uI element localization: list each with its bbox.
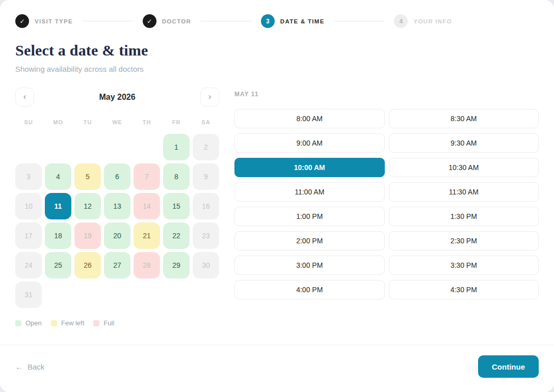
calendar-day-15[interactable]: 15 bbox=[163, 193, 190, 219]
time-slot-11-30-am[interactable]: 11:30 AM bbox=[389, 182, 539, 202]
calendar-day-13[interactable]: 13 bbox=[104, 193, 130, 219]
check-icon: ✓ bbox=[143, 14, 156, 28]
time-slot-4-00-pm[interactable]: 4:00 PM bbox=[234, 280, 385, 299]
calendar: ‹ May 2026 › SUMOTUWETHFRSA 123456789101… bbox=[15, 88, 219, 327]
dow-mo: MO bbox=[45, 119, 71, 125]
chevron-left-icon: ‹ bbox=[23, 92, 27, 101]
calendar-day-16: 16 bbox=[193, 193, 219, 219]
calendar-day-24: 24 bbox=[15, 252, 42, 278]
month-label: May 2026 bbox=[99, 93, 135, 102]
calendar-day-17: 17 bbox=[15, 222, 42, 249]
calendar-day-4[interactable]: 4 bbox=[45, 163, 71, 190]
step-label: DOCTOR bbox=[162, 18, 191, 24]
step-number: 3 bbox=[261, 14, 275, 28]
calendar-day-6[interactable]: 6 bbox=[104, 163, 130, 190]
time-slot-3-00-pm[interactable]: 3:00 PM bbox=[234, 256, 385, 275]
booking-card: ✓VISIT TYPE✓DOCTOR3DATE & TIME4YOUR INFO… bbox=[0, 0, 554, 392]
page-subtitle: Showing availability across all doctors bbox=[15, 65, 539, 73]
content: ‹ May 2026 › SUMOTUWETHFRSA 123456789101… bbox=[0, 73, 554, 327]
calendar-day-19: 19 bbox=[74, 222, 101, 249]
calendar-day-3: 3 bbox=[15, 163, 42, 190]
legend-item-open: Open bbox=[15, 319, 42, 327]
step-connector bbox=[82, 21, 134, 21]
time-slot-1-30-pm[interactable]: 1:30 PM bbox=[389, 207, 539, 226]
calendar-day-9: 9 bbox=[193, 163, 219, 190]
calendar-blank bbox=[15, 134, 42, 160]
calendar-day-27[interactable]: 27 bbox=[104, 252, 130, 278]
calendar-day-28: 28 bbox=[134, 252, 160, 278]
dow-sa: SA bbox=[193, 119, 219, 125]
continue-button[interactable]: Continue bbox=[478, 355, 539, 378]
stepper: ✓VISIT TYPE✓DOCTOR3DATE & TIME4YOUR INFO bbox=[0, 0, 554, 28]
calendar-day-14: 14 bbox=[134, 193, 160, 219]
calendar-blank bbox=[104, 134, 130, 160]
time-slot-10-30-am[interactable]: 10:30 AM bbox=[389, 158, 539, 177]
heading: Select a date & time Showing availabilit… bbox=[0, 28, 554, 73]
step-label: DATE & TIME bbox=[280, 18, 325, 24]
calendar-day-20[interactable]: 20 bbox=[104, 222, 130, 249]
availability-legend: OpenFew leftFull bbox=[15, 319, 219, 327]
calendar-blank bbox=[134, 134, 160, 160]
time-slot-10-00-am[interactable]: 10:00 AM bbox=[234, 158, 385, 177]
calendar-day-30: 30 bbox=[193, 252, 219, 278]
calendar-day-5[interactable]: 5 bbox=[74, 163, 101, 190]
legend-label: Few left bbox=[61, 319, 85, 327]
time-slot-9-00-am[interactable]: 9:00 AM bbox=[234, 133, 385, 153]
calendar-day-11[interactable]: 11 bbox=[45, 193, 71, 219]
step-label: VISIT TYPE bbox=[35, 18, 73, 24]
step-doctor[interactable]: ✓DOCTOR bbox=[143, 14, 191, 28]
step-date-time: 3DATE & TIME bbox=[261, 14, 325, 28]
calendar-day-26[interactable]: 26 bbox=[74, 252, 101, 278]
dow-tu: TU bbox=[74, 119, 101, 125]
calendar-day-2: 2 bbox=[193, 134, 219, 160]
calendar-day-8[interactable]: 8 bbox=[163, 163, 190, 190]
calendar-day-31: 31 bbox=[15, 282, 42, 308]
legend-label: Open bbox=[25, 319, 42, 327]
dow-su: SU bbox=[15, 119, 42, 125]
calendar-day-29[interactable]: 29 bbox=[163, 252, 190, 278]
calendar-day-10: 10 bbox=[15, 193, 42, 219]
day-grid: 1234567891011121314151617181920212223242… bbox=[15, 134, 219, 308]
arrow-left-icon: ← bbox=[15, 362, 23, 371]
time-slot-8-00-am[interactable]: 8:00 AM bbox=[234, 109, 385, 128]
legend-label: Full bbox=[103, 319, 114, 327]
footer: ← Back Continue bbox=[0, 345, 554, 392]
step-connector bbox=[334, 21, 385, 21]
chevron-right-icon: › bbox=[208, 92, 212, 101]
time-slot-2-00-pm[interactable]: 2:00 PM bbox=[234, 231, 385, 250]
back-button[interactable]: ← Back bbox=[15, 362, 44, 371]
check-icon: ✓ bbox=[15, 14, 29, 28]
calendar-day-12[interactable]: 12 bbox=[74, 193, 101, 219]
calendar-day-1[interactable]: 1 bbox=[163, 134, 190, 160]
time-slot-8-30-am[interactable]: 8:30 AM bbox=[389, 109, 539, 128]
time-slots-panel: MAY 11 8:00 AM8:30 AM9:00 AM9:30 AM10:00… bbox=[234, 88, 539, 327]
time-slot-1-00-pm[interactable]: 1:00 PM bbox=[234, 207, 385, 226]
legend-item-few-left: Few left bbox=[51, 319, 85, 327]
calendar-day-23: 23 bbox=[193, 222, 219, 249]
dow-fr: FR bbox=[163, 119, 190, 125]
calendar-day-7: 7 bbox=[134, 163, 160, 190]
day-of-week-row: SUMOTUWETHFRSA bbox=[15, 119, 219, 125]
time-slot-grid: 8:00 AM8:30 AM9:00 AM9:30 AM10:00 AM10:3… bbox=[234, 109, 539, 299]
step-your-info: 4YOUR INFO bbox=[394, 14, 452, 28]
step-visit-type[interactable]: ✓VISIT TYPE bbox=[15, 14, 73, 28]
time-slot-3-30-pm[interactable]: 3:30 PM bbox=[389, 256, 539, 275]
prev-month-button[interactable]: ‹ bbox=[15, 88, 34, 106]
back-label: Back bbox=[28, 362, 44, 371]
calendar-day-21[interactable]: 21 bbox=[134, 222, 160, 249]
dow-th: TH bbox=[134, 119, 160, 125]
time-slot-9-30-am[interactable]: 9:30 AM bbox=[389, 133, 539, 153]
legend-swatch-open bbox=[15, 320, 21, 326]
step-number: 4 bbox=[394, 14, 408, 28]
calendar-blank bbox=[74, 134, 101, 160]
legend-swatch-full bbox=[93, 320, 99, 326]
calendar-blank bbox=[45, 134, 71, 160]
calendar-day-18[interactable]: 18 bbox=[45, 222, 71, 249]
calendar-day-25[interactable]: 25 bbox=[45, 252, 71, 278]
time-slot-2-30-pm[interactable]: 2:30 PM bbox=[389, 231, 539, 250]
legend-swatch-few-left bbox=[51, 320, 57, 326]
calendar-day-22[interactable]: 22 bbox=[163, 222, 190, 249]
time-slot-11-00-am[interactable]: 11:00 AM bbox=[234, 182, 385, 202]
time-slot-4-30-pm[interactable]: 4:30 PM bbox=[389, 280, 539, 299]
next-month-button[interactable]: › bbox=[200, 88, 219, 106]
